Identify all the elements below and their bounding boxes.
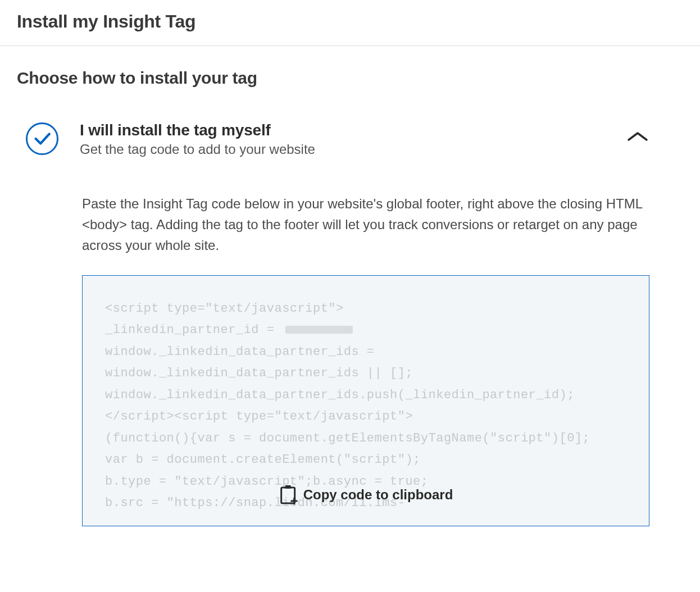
radio-selected-icon [26,122,58,155]
expanded-content: Paste the Insight Tag code below in your… [17,193,683,526]
install-option-self[interactable]: I will install the tag myself Get the ta… [17,121,683,157]
option-texts: I will install the tag myself Get the ta… [80,121,604,157]
option-subtitle: Get the tag code to add to your website [80,142,604,157]
code-snippet: <script type="text/javascript"> _linkedi… [105,298,626,514]
main-content: Choose how to install your tag I will in… [0,46,700,526]
code-box[interactable]: <script type="text/javascript"> _linkedi… [82,275,649,526]
redacted-partner-id [285,326,353,334]
clipboard-icon [279,484,298,506]
copy-code-label: Copy code to clipboard [303,487,453,503]
section-title: Choose how to install your tag [17,69,683,88]
page-header: Install my Insight Tag [0,0,700,46]
svg-rect-1 [285,485,291,489]
option-title: I will install the tag myself [80,121,604,139]
chevron-up-icon[interactable] [626,125,649,148]
copy-code-button[interactable]: Copy code to clipboard [279,484,453,506]
page-title: Install my Insight Tag [17,11,683,32]
instructions-text: Paste the Insight Tag code below in your… [82,193,649,256]
